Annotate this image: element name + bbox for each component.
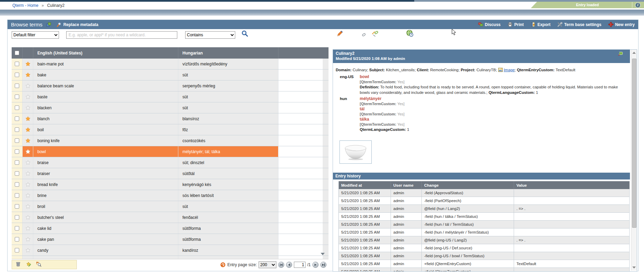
term-cell-hungarian[interactable]: sütőforma xyxy=(178,223,278,234)
term-cell-english[interactable]: cake lid xyxy=(33,223,178,234)
row-star-cell[interactable] xyxy=(23,102,33,113)
term-text[interactable]: tálka xyxy=(360,117,621,122)
term-table-scroll-down-icon[interactable] xyxy=(321,253,325,255)
favorite-star-icon[interactable] xyxy=(25,204,31,209)
column-header-hungarian[interactable]: Hungarian xyxy=(178,47,278,59)
term-cell-english[interactable]: braiser xyxy=(33,168,178,179)
term-cell-hungarian[interactable]: süt xyxy=(178,91,278,102)
term-row[interactable]: boning knifecsontozókés xyxy=(12,135,329,146)
term-cell-hungarian[interactable]: kandíroz xyxy=(178,245,278,256)
term-row[interactable]: boilfőz xyxy=(12,124,329,135)
term-cell-english[interactable]: caramelise xyxy=(33,256,178,259)
term-cell-hungarian[interactable]: sós lében tartósít xyxy=(178,190,278,201)
term-history-globe-icon[interactable] xyxy=(406,29,414,38)
new-entry-button[interactable]: New entry xyxy=(608,22,635,27)
info-icon[interactable]: i xyxy=(635,2,641,8)
row-checkbox[interactable] xyxy=(15,106,19,110)
term-row[interactable]: bakesüt xyxy=(12,70,329,80)
row-checkbox[interactable] xyxy=(15,138,19,143)
favorite-star-icon[interactable] xyxy=(25,193,31,198)
row-checkbox[interactable] xyxy=(15,226,19,231)
history-column-header[interactable]: User name xyxy=(391,181,422,189)
favorite-star-icon[interactable] xyxy=(25,237,31,242)
favorite-star-icon[interactable] xyxy=(25,171,31,176)
replace-metadata-button[interactable]: Replace metadata xyxy=(57,22,98,27)
favorite-star-icon[interactable] xyxy=(25,149,31,154)
breadcrumb-home-link[interactable]: Qterm - Home xyxy=(12,3,38,8)
favorite-star-icon[interactable] xyxy=(25,94,31,99)
row-checkbox[interactable] xyxy=(15,127,19,132)
history-column-header[interactable]: Value xyxy=(514,181,630,189)
delete-entries-icon[interactable] xyxy=(15,261,21,268)
term-cell-english[interactable]: candy xyxy=(33,245,178,256)
term-cell-hungarian[interactable]: süt xyxy=(178,70,278,80)
row-star-cell[interactable] xyxy=(23,190,33,201)
term-cell-english[interactable]: blanch xyxy=(33,113,178,124)
entry-image-thumbnail[interactable] xyxy=(339,140,372,164)
term-text[interactable]: mélytányér xyxy=(360,96,621,101)
discuss-button[interactable]: Discuss xyxy=(478,22,501,27)
favorite-star-icon[interactable] xyxy=(25,160,31,165)
term-cell-english[interactable]: bain-marie pot xyxy=(33,59,178,69)
row-star-cell[interactable] xyxy=(23,234,33,245)
row-checkbox[interactable] xyxy=(15,95,19,99)
row-star-cell[interactable] xyxy=(23,179,33,190)
term-cell-hungarian[interactable]: főz xyxy=(178,124,278,135)
edit-favorites-icon[interactable] xyxy=(26,261,31,268)
edit-term-pencil-icon[interactable] xyxy=(337,30,344,38)
search-icon[interactable] xyxy=(241,30,249,38)
browse-terms-icon[interactable] xyxy=(46,22,51,27)
row-star-cell[interactable] xyxy=(23,168,33,179)
match-mode-select[interactable]: Contains xyxy=(185,31,235,39)
row-checkbox[interactable] xyxy=(15,160,19,165)
row-star-cell[interactable] xyxy=(23,113,33,124)
term-cell-english[interactable]: broil xyxy=(33,201,178,212)
term-cell-hungarian[interactable]: süt; dinsztel xyxy=(178,157,278,168)
last-page-button[interactable] xyxy=(320,262,326,268)
row-star-cell[interactable] xyxy=(23,256,33,259)
favorite-star-icon[interactable] xyxy=(25,61,31,66)
term-cell-hungarian[interactable]: blansíroz xyxy=(178,113,278,124)
unlink-terms-icon[interactable] xyxy=(371,30,379,38)
term-row[interactable]: bain-marie potvízfürdős melegítőedény xyxy=(12,59,329,70)
column-header-english[interactable]: English (United States) xyxy=(33,47,178,59)
term-cell-english[interactable]: butcher's steel xyxy=(33,212,178,223)
scroll-down-icon[interactable] xyxy=(632,266,636,269)
history-column-header[interactable]: Modified at xyxy=(339,181,391,189)
favorite-star-icon[interactable] xyxy=(25,215,31,220)
term-cell-english[interactable]: cake pan xyxy=(33,234,178,245)
term-row[interactable]: butcher's steelfenőacél xyxy=(12,212,329,223)
preview-search-icon[interactable] xyxy=(36,261,41,268)
favorite-star-icon[interactable] xyxy=(25,116,31,121)
row-star-cell[interactable] xyxy=(23,70,33,80)
term-row[interactable]: candykandíroz xyxy=(12,245,329,256)
term-row[interactable]: broilsüt xyxy=(12,201,329,212)
term-row[interactable]: blanchblansíroz xyxy=(12,113,329,124)
row-checkbox[interactable] xyxy=(15,149,19,154)
current-page-input[interactable] xyxy=(294,262,306,268)
row-checkbox[interactable] xyxy=(15,204,19,209)
select-all-checkbox[interactable] xyxy=(15,51,19,55)
row-star-cell[interactable] xyxy=(23,91,33,102)
term-row[interactable]: cake lidsütőforma xyxy=(12,223,329,234)
favorite-star-icon[interactable] xyxy=(25,182,31,187)
term-cell-english[interactable]: baste xyxy=(33,91,178,102)
row-checkbox[interactable] xyxy=(15,116,19,121)
row-checkbox[interactable] xyxy=(15,171,19,176)
row-checkbox[interactable] xyxy=(15,62,19,66)
term-cell-english[interactable]: boning knife xyxy=(33,135,178,146)
favorite-star-icon[interactable] xyxy=(25,72,31,77)
row-checkbox[interactable] xyxy=(15,73,19,77)
term-cell-english[interactable]: bake xyxy=(33,70,178,80)
next-page-button[interactable] xyxy=(312,262,319,268)
row-star-cell[interactable] xyxy=(23,157,33,168)
term-cell-hungarian[interactable]: vízfürdős melegítőedény xyxy=(178,59,278,69)
row-star-cell[interactable] xyxy=(23,59,33,69)
page-size-select[interactable]: 200 xyxy=(259,261,276,268)
term-cell-hungarian[interactable]: sütőforma xyxy=(178,234,278,245)
row-star-cell[interactable] xyxy=(23,146,33,157)
row-checkbox[interactable] xyxy=(15,237,19,241)
term-cell-english[interactable]: bread knife xyxy=(33,179,178,190)
row-star-cell[interactable] xyxy=(23,223,33,234)
term-row[interactable]: bread knifekenyérvágó kés xyxy=(12,179,329,190)
